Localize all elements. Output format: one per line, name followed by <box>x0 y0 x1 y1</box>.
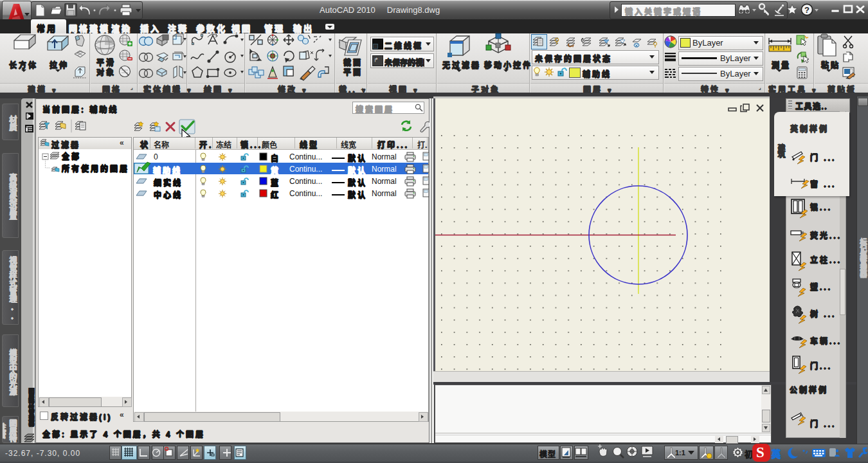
svg-text:?: ? <box>804 5 809 15</box>
